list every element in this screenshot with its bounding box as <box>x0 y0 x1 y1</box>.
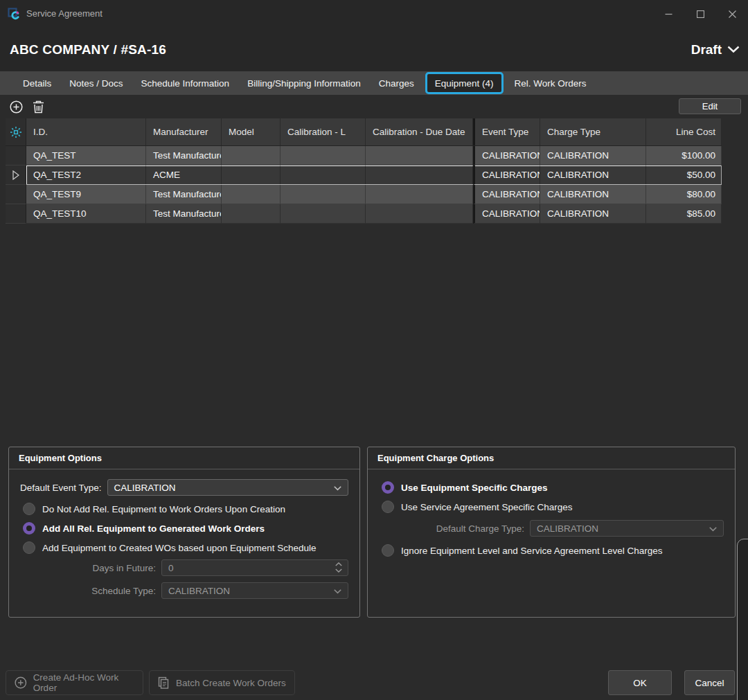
schedule-type-value: CALIBRATION <box>168 586 230 596</box>
table-row[interactable]: QA_TEST10Test ManufacturerCALIBRATIONCAL… <box>6 204 722 224</box>
cell-manufacturer: Test Manufacturer <box>146 204 222 224</box>
tab-schedule-information[interactable]: Schedule Information <box>132 71 239 95</box>
radio-use-agreement-charges[interactable]: Use Service Agreement Specific Charges <box>382 500 724 514</box>
batch-create-work-orders-button[interactable]: Batch Create Work Orders <box>149 670 295 695</box>
radio-label: Do Not Add Rel. Equipment to Work Orders… <box>42 504 285 514</box>
default-charge-type-select[interactable]: CALIBRATION <box>530 520 724 537</box>
default-event-type-label: Default Event Type: <box>20 483 102 493</box>
equipment-options-panel: Equipment Options Default Event Type: CA… <box>8 447 360 618</box>
default-charge-type-value: CALIBRATION <box>537 523 598 534</box>
column-header-i-d[interactable]: I.D. <box>26 118 146 145</box>
column-header-calibration-due-date[interactable]: Calibration - Due Date <box>366 118 473 145</box>
row-selector-cell[interactable] <box>6 165 26 185</box>
row-selector-cell[interactable] <box>6 146 26 165</box>
maximize-icon <box>697 10 704 18</box>
radio-label: Use Service Agreement Specific Charges <box>401 502 573 512</box>
days-in-future-stepper[interactable]: 0 <box>161 559 348 576</box>
days-in-future-label: Days in Future: <box>82 563 156 573</box>
cell-manufacturer: Test Manufacturer <box>146 146 222 165</box>
maximize-button[interactable] <box>684 0 716 28</box>
minimize-icon <box>665 10 673 18</box>
cell-calibration-due <box>366 185 473 204</box>
ok-button[interactable]: OK <box>608 670 672 695</box>
tab-notes-docs[interactable]: Notes / Docs <box>60 71 132 95</box>
close-button[interactable] <box>716 0 748 28</box>
radio-do-not-add-equipment[interactable]: Do Not Add Rel. Equipment to Work Orders… <box>23 502 348 516</box>
stepper-down-icon <box>335 568 342 573</box>
radio-label: Ignore Equipment Level and Service Agree… <box>401 546 662 556</box>
cell-calibration-last <box>280 185 366 204</box>
status-dropdown[interactable]: Draft <box>691 28 740 71</box>
table-row[interactable]: QA_TEST2ACMECALIBRATIONCALIBRATION$50.00 <box>6 165 722 185</box>
delete-equipment-button[interactable] <box>31 100 45 114</box>
column-header-line-cost[interactable]: Line Cost <box>646 118 722 145</box>
radio-circle <box>23 522 35 535</box>
cell-event-type: CALIBRATION <box>473 204 540 224</box>
default-event-type-select[interactable]: CALIBRATION <box>107 479 348 496</box>
table-row[interactable]: QA_TEST9Test ManufacturerCALIBRATIONCALI… <box>6 185 722 204</box>
tab-charges[interactable]: Charges <box>370 71 423 95</box>
cell-id: QA_TEST2 <box>26 165 146 185</box>
chevron-down-icon <box>727 46 740 53</box>
cell-model <box>222 165 280 185</box>
tab-equipment-4[interactable]: Equipment (4) <box>425 72 504 94</box>
row-selector-cell[interactable] <box>6 185 26 204</box>
cell-line-cost: $85.00 <box>646 204 722 224</box>
column-header-event-type[interactable]: Event Type <box>473 118 540 145</box>
cell-charge-type: CALIBRATION <box>540 146 646 165</box>
window-title: Service Agreement <box>26 0 103 28</box>
cell-line-cost: $50.00 <box>646 165 722 185</box>
trash-icon <box>33 100 44 114</box>
table-header-row: I.D.ManufacturerModelCalibration - LCali… <box>6 118 722 146</box>
column-header-charge-type[interactable]: Charge Type <box>540 118 646 145</box>
tab-billing-shipping-information[interactable]: Billing/Shipping Information <box>238 71 370 95</box>
tab-rel-work-orders[interactable]: Rel. Work Orders <box>506 71 596 95</box>
batch-documents-icon <box>158 676 170 689</box>
add-equipment-button[interactable] <box>9 100 23 114</box>
cell-model <box>222 185 280 204</box>
create-adhoc-work-order-button[interactable]: Create Ad-Hoc Work Order <box>6 670 143 695</box>
chevron-down-icon <box>334 589 341 594</box>
circle-plus-icon <box>15 676 27 689</box>
equipment-charge-options-panel: Equipment Charge Options Use Equipment S… <box>367 447 736 618</box>
cell-id: QA_TEST10 <box>26 204 146 224</box>
cancel-button[interactable]: Cancel <box>684 670 735 695</box>
table-row[interactable]: QA_TESTTest ManufacturerCALIBRATIONCALIB… <box>6 146 722 165</box>
cell-manufacturer: Test Manufacturer <box>146 185 222 204</box>
circle-plus-icon <box>10 100 23 114</box>
cell-id: QA_TEST <box>26 146 146 165</box>
column-header-calibration-l[interactable]: Calibration - L <box>280 118 366 145</box>
cell-calibration-last <box>280 146 366 165</box>
radio-label: Add Equipment to Created WOs based upon … <box>42 543 317 553</box>
button-label: Create Ad-Hoc Work Order <box>33 672 143 693</box>
minimize-button[interactable] <box>652 0 684 28</box>
page-title: ABC COMPANY / #SA-16 <box>10 28 166 71</box>
panel-title: Equipment Options <box>9 447 359 469</box>
equipment-table: I.D.ManufacturerModelCalibration - LCali… <box>6 118 722 224</box>
cell-calibration-last <box>280 165 366 185</box>
schedule-type-select[interactable]: CALIBRATION <box>161 582 348 599</box>
equipment-toolbar: Edit <box>0 95 748 118</box>
tab-details[interactable]: Details <box>14 71 60 95</box>
row-selector-cell[interactable] <box>6 204 26 224</box>
radio-use-equipment-charges[interactable]: Use Equipment Specific Charges <box>382 481 724 494</box>
radio-add-all-equipment[interactable]: Add All Rel. Equipment to Generated Work… <box>23 521 348 535</box>
radio-label: Add All Rel. Equipment to Generated Work… <box>42 523 265 534</box>
radio-add-by-schedule[interactable]: Add Equipment to Created WOs based upon … <box>23 541 348 555</box>
tab-strip: DetailsNotes / DocsSchedule InformationB… <box>0 71 748 95</box>
edit-button[interactable]: Edit <box>679 98 741 114</box>
current-row-arrow-icon <box>12 170 19 180</box>
cell-calibration-due <box>366 165 473 185</box>
cell-calibration-due <box>366 204 473 224</box>
cell-line-cost: $100.00 <box>646 146 722 165</box>
radio-circle <box>23 503 35 515</box>
radio-ignore-charges[interactable]: Ignore Equipment Level and Service Agree… <box>382 544 724 557</box>
button-label: Batch Create Work Orders <box>176 678 286 688</box>
column-chooser-button[interactable] <box>6 118 26 145</box>
column-header-model[interactable]: Model <box>222 118 280 145</box>
days-in-future-value: 0 <box>168 563 174 573</box>
cell-charge-type: CALIBRATION <box>540 165 646 185</box>
chevron-down-icon <box>709 527 717 532</box>
column-header-manufacturer[interactable]: Manufacturer <box>146 118 222 145</box>
stepper-up-icon <box>335 562 342 566</box>
